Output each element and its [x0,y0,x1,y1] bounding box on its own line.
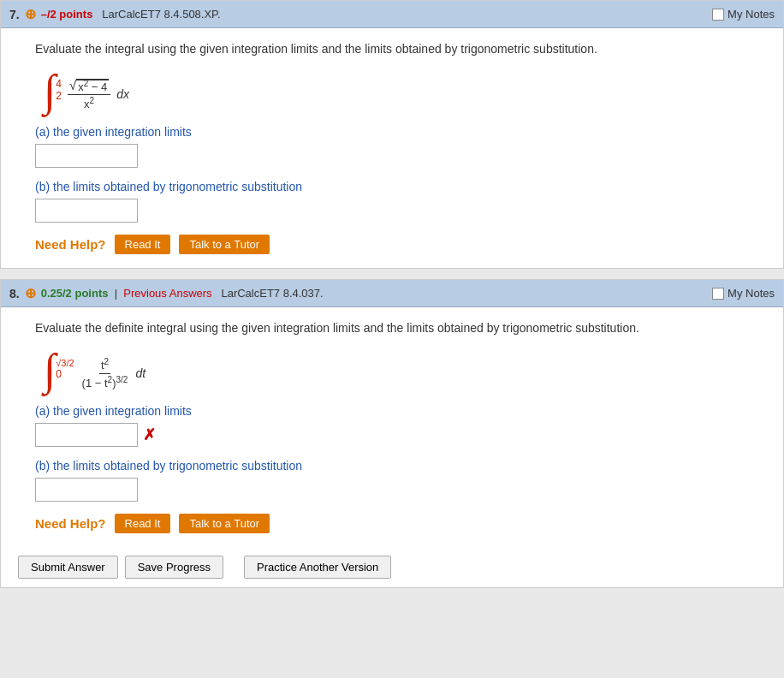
dt-8: dt [135,366,146,380]
question-7-body: Evaluate the integral using the given in… [1,28,783,268]
question-8-instruction: Evaluate the definite integral using the… [35,319,766,337]
my-notes-button-7[interactable]: My Notes [712,8,775,21]
question-7-points: –/2 points LarCalcET7 8.4.508.XP. [41,8,221,21]
notes-checkbox-7[interactable] [712,9,724,21]
answer-input-7b[interactable] [35,199,138,223]
sqrt-symbol-7: √ [69,79,76,93]
part-a-label-8: (a) the given integration limits [35,404,766,418]
dx-7: dx [116,87,129,101]
integral-bounds-8: √3/2 0 [56,356,74,384]
upper-bound-7: 4 [56,78,62,90]
header-left: 7. ⊕ –/2 points LarCalcET7 8.4.508.XP. [9,6,221,22]
my-notes-button-8[interactable]: My Notes [712,287,775,300]
read-it-button-7[interactable]: Read It [115,235,171,254]
integrand-8: t2 (1 − t2)3/2 dt [78,350,146,390]
question-7-number: 7. [9,8,20,21]
integral-bounds-7: 4 2 [56,76,62,105]
talk-tutor-button-7[interactable]: Talk to a Tutor [179,235,270,254]
integral-symbol-7: ∫ [44,68,56,113]
wrong-mark-8a: ✗ [143,425,156,444]
lower-bound-8: 0 [56,368,62,380]
practice-another-button[interactable]: Practice Another Version [244,556,391,579]
save-progress-button[interactable]: Save Progress [125,556,223,579]
talk-tutor-button-8[interactable]: Talk to a Tutor [179,514,270,533]
question-8-points: 0.25/2 points | Previous Answers LarCalc… [41,287,324,300]
page-wrapper: 7. ⊕ –/2 points LarCalcET7 8.4.508.XP. M… [0,0,784,678]
sqrt-content-7: x2 − 4 [76,79,109,93]
header-left-8: 8. ⊕ 0.25/2 points | Previous Answers La… [9,285,324,301]
part-b-label-7: (b) the limits obtained by trigonometric… [35,180,766,193]
need-help-label-8: Need Help? [35,516,106,531]
question-8-number: 8. [9,287,20,300]
read-it-button-8[interactable]: Read It [115,514,171,533]
integral-7-display: ∫ 4 2 √x2 − 4 x2 dx [44,68,766,113]
expand-icon[interactable]: ⊕ [25,6,36,22]
answer-input-8b[interactable] [35,478,138,502]
submit-answer-button[interactable]: Submit Answer [18,556,118,579]
part-a-label-7: (a) the given integration limits [35,125,766,139]
need-help-row-8: Need Help? Read It Talk to a Tutor [35,514,766,533]
notes-checkbox-8[interactable] [712,288,724,300]
integrand-7: √x2 − 4 x2 dx [65,71,129,110]
part-b-label-8: (b) the limits obtained by trigonometric… [35,459,766,473]
expand-icon-8[interactable]: ⊕ [25,285,36,301]
answer-row-8a: ✗ [35,423,766,447]
integral-8-display: ∫ √3/2 0 t2 (1 − t2)3/2 dt [44,348,766,392]
need-help-label-7: Need Help? [35,237,106,252]
question-7-block: 7. ⊕ –/2 points LarCalcET7 8.4.508.XP. M… [0,0,784,269]
fraction-7: √x2 − 4 x2 [68,78,110,110]
question-8-body: Evaluate the definite integral using the… [1,307,783,547]
fraction-8: t2 (1 − t2)3/2 [80,357,130,390]
lower-bound-7: 2 [56,90,62,102]
question-8-block: 8. ⊕ 0.25/2 points | Previous Answers La… [0,279,784,588]
answer-input-8a[interactable] [35,423,138,447]
integral-symbol-8: ∫ [44,348,56,392]
question-7-instruction: Evaluate the integral using the given in… [35,40,766,58]
answer-input-7a[interactable] [35,144,138,168]
need-help-row-7: Need Help? Read It Talk to a Tutor [35,235,766,254]
upper-bound-8: √3/2 [56,358,74,368]
question-8-header: 8. ⊕ 0.25/2 points | Previous Answers La… [1,280,783,307]
bottom-buttons-8: Submit Answer Save Progress Practice Ano… [1,547,783,587]
question-7-header: 7. ⊕ –/2 points LarCalcET7 8.4.508.XP. M… [1,1,783,28]
